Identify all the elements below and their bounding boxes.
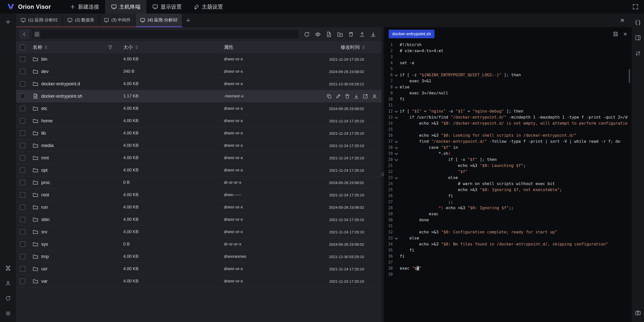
file-row[interactable]: docker-entrypoint.d4.00 KBdrwxr-xr-x2021… <box>16 78 382 90</box>
preview-icon[interactable] <box>313 29 323 39</box>
session-tab[interactable]: (1) 应用-分析01 <box>16 14 63 27</box>
fold-toggle-icon[interactable] <box>393 151 400 157</box>
file-row[interactable]: home4.00 KBdrwxr-xr-x2021-11-24 17:20:10 <box>16 115 382 127</box>
new-folder-icon[interactable] <box>335 29 345 39</box>
fold-toggle-icon[interactable] <box>393 72 400 78</box>
row-checkbox[interactable] <box>20 56 25 62</box>
row-checkbox[interactable] <box>20 81 25 87</box>
contacts-icon[interactable] <box>3 278 13 288</box>
save-icon[interactable] <box>613 31 618 37</box>
fold-toggle-icon[interactable] <box>393 114 400 120</box>
row-checkbox[interactable] <box>20 217 25 222</box>
screenshot-icon[interactable] <box>633 308 643 318</box>
swap-vertical-icon[interactable] <box>633 48 643 58</box>
braces-icon[interactable]: {} <box>633 17 643 27</box>
file-row[interactable]: lib4.00 KBdrwxr-xr-x2021-11-24 17:20:10 <box>16 127 382 139</box>
row-checkbox[interactable] <box>20 143 25 148</box>
fold-toggle-icon[interactable] <box>393 84 400 90</box>
path-input[interactable] <box>43 31 297 37</box>
nav-item[interactable]: 主题设置 <box>188 0 229 14</box>
row-checkbox[interactable] <box>20 192 25 198</box>
file-row[interactable]: docker-entrypoint.sh1.17 KB-rwxrwxr-x <box>16 90 382 102</box>
new-terminal-icon[interactable] <box>3 17 13 27</box>
refresh-icon[interactable] <box>302 29 312 39</box>
fullscreen-icon[interactable] <box>632 4 638 10</box>
row-checkbox[interactable] <box>20 254 25 259</box>
row-checkbox[interactable] <box>20 241 25 247</box>
copy-icon[interactable] <box>327 94 332 99</box>
file-row[interactable]: run4.00 KBdrwxr-xr-x2024-05-28 23:58:02 <box>16 201 382 213</box>
row-checkbox[interactable] <box>20 167 25 173</box>
new-file-icon[interactable] <box>324 29 334 39</box>
row-checkbox[interactable] <box>20 278 25 284</box>
file-row[interactable]: usr4.00 KBdrwxr-xr-x2021-11-24 17:20:10 <box>16 263 382 275</box>
delete-icon[interactable] <box>346 29 356 39</box>
file-row[interactable]: media4.00 KBdrwxr-xr-x2021-11-24 17:20:1… <box>16 139 382 152</box>
back-button[interactable] <box>20 29 29 39</box>
add-session-icon[interactable] <box>182 14 194 27</box>
session-tab[interactable]: (2) 数据库 <box>63 14 99 27</box>
editor-file-tab[interactable]: docker-entrypoint.sh <box>389 30 434 38</box>
close-panel-icon[interactable]: × <box>617 14 628 27</box>
file-row[interactable]: dev340 Bdrwxr-xr-x2024-05-28 23:58:02 <box>16 65 382 78</box>
file-row[interactable]: sys0 Bdr-xr-xr-x2024-05-28 23:58:02 <box>16 238 382 251</box>
download-icon[interactable] <box>354 94 359 99</box>
move-icon[interactable] <box>363 94 368 99</box>
fold-toggle-icon[interactable] <box>393 157 400 163</box>
nav-item[interactable]: 新建连接 <box>64 0 105 14</box>
permission-icon[interactable] <box>372 94 377 99</box>
panel-layout-icon[interactable] <box>633 33 643 43</box>
row-checkbox[interactable] <box>20 155 25 161</box>
file-row[interactable]: tmp4.00 KBdrwxrwxrwx2021-12-30 03:29:10 <box>16 251 382 263</box>
line-number: 15 <box>384 126 393 132</box>
file-row[interactable]: srv4.00 KBdrwxr-xr-x2021-11-24 17:20:10 <box>16 226 382 238</box>
edit-icon[interactable] <box>336 94 341 99</box>
session-tab[interactable]: (4) 应用-分析02 <box>136 14 182 27</box>
row-checkbox[interactable] <box>20 106 25 111</box>
file-size: 4.00 KB <box>119 168 220 173</box>
fold-toggle-icon[interactable] <box>393 108 400 114</box>
file-row[interactable]: opt4.00 KBdrwxr-xr-x2021-11-24 17:20:10 <box>16 164 382 176</box>
file-row[interactable]: sbin4.00 KBdrwxr-xr-x2021-11-24 17:20:10 <box>16 213 382 226</box>
fold-toggle-icon[interactable] <box>393 235 400 241</box>
row-checkbox[interactable] <box>20 118 25 124</box>
filter-icon[interactable] <box>108 45 113 50</box>
file-row[interactable]: proc0 Bdr-xr-xr-x2024-05-28 23:58:02 <box>16 176 382 189</box>
upload-icon[interactable] <box>357 29 367 39</box>
select-all-checkbox[interactable] <box>20 45 25 50</box>
fold-toggle-icon[interactable] <box>393 145 400 151</box>
delete-icon[interactable] <box>345 94 350 99</box>
row-checkbox[interactable] <box>20 69 25 74</box>
file-mtime: 2021-11-24 17:20:10 <box>327 218 382 222</box>
command-icon[interactable] <box>3 263 13 273</box>
sync-icon[interactable] <box>3 293 13 303</box>
nav-item[interactable]: 显示设置 <box>146 0 188 14</box>
file-row[interactable]: bin4.00 KBdrwxr-xr-x2021-11-24 17:20:10 <box>16 53 382 65</box>
row-checkbox[interactable] <box>20 204 25 210</box>
close-editor-icon[interactable]: × <box>623 31 627 37</box>
file-row[interactable]: var4.00 KBdrwxr-xr-x2021-11-24 17:20:10 <box>16 275 382 288</box>
path-menu-icon[interactable] <box>34 31 40 38</box>
row-checkbox[interactable] <box>20 229 25 235</box>
file-row[interactable]: mnt4.00 KBdrwxr-xr-x2021-11-24 17:20:10 <box>16 152 382 164</box>
panel-splitter[interactable]: ⠿ <box>382 27 384 322</box>
session-tab[interactable]: (3) 中间件 <box>99 14 136 27</box>
code-line: 34 echo >&3 "$0: No files found in /dock… <box>384 241 632 247</box>
nav-item[interactable]: 主机终端 <box>105 0 146 14</box>
row-checkbox[interactable] <box>20 266 25 272</box>
row-checkbox[interactable] <box>20 180 25 185</box>
fold-toggle-icon <box>393 217 400 223</box>
fold-toggle-icon[interactable] <box>393 138 400 145</box>
settings-gear-icon[interactable] <box>3 308 13 318</box>
file-row[interactable]: etc4.00 KBdrwxr-xr-x2024-05-28 23:58:02 <box>16 102 382 115</box>
editor-scrollbar[interactable] <box>629 69 630 83</box>
file-row[interactable]: root4.00 KBdrwx------2021-11-24 17:20:10 <box>16 189 382 201</box>
sort-size-icon[interactable] <box>135 45 138 49</box>
file-name: var <box>41 279 48 284</box>
fold-toggle-icon[interactable] <box>393 175 400 181</box>
sort-name-icon[interactable] <box>45 45 47 49</box>
download-icon[interactable] <box>368 29 378 39</box>
sort-mtime-icon[interactable] <box>362 45 365 49</box>
row-checkbox[interactable] <box>20 93 25 99</box>
row-checkbox[interactable] <box>20 130 25 136</box>
